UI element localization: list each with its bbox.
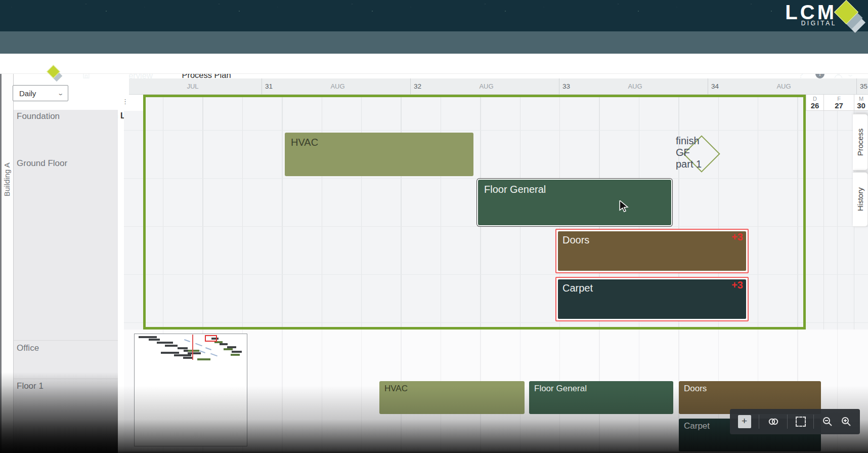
task-label: Floor General <box>484 184 546 195</box>
toolbar-divider <box>787 415 788 429</box>
navbar-logo-subtext: DIGITAL <box>10 75 56 80</box>
row-label-foundation: Foundation <box>17 111 60 121</box>
brand-logo-large: LCM DIGITAL <box>761 2 837 27</box>
minimap-viewport-indicator[interactable] <box>205 335 217 342</box>
week-number: 32 <box>414 78 421 95</box>
chevron-down-icon: ⌄ <box>57 90 64 97</box>
week-number: 34 <box>711 78 719 95</box>
week-number: 35 <box>860 78 867 95</box>
task-label: Floor General <box>534 384 587 393</box>
day-number: 26 <box>806 102 823 110</box>
task-label: HVAC <box>291 137 318 148</box>
overview-minimap[interactable] <box>134 334 247 446</box>
month-label: AUG <box>562 78 708 95</box>
main-navbar: LCM DIGITAL Overview Process Plan ? ! ⌄ <box>0 31 868 54</box>
side-tab-process[interactable]: Process <box>853 114 868 171</box>
toolbar-divider <box>759 415 759 429</box>
screen-edge-line <box>0 74 2 453</box>
timeline-divider <box>262 78 262 95</box>
task-bar-doors-conflict[interactable]: Doors +3 <box>555 229 749 273</box>
top-banner: LCM DIGITAL <box>0 0 868 31</box>
day-header-cell: F 27 <box>823 95 854 111</box>
day-header-cell: D 26 <box>806 95 823 111</box>
task-bar-carpet-conflict[interactable]: Carpet +3 <box>555 277 749 321</box>
timeline-divider <box>410 78 411 95</box>
row-label-office: Office <box>17 343 39 353</box>
task-bar-doors: Doors <box>558 231 746 271</box>
task-label: Carpet <box>562 282 593 294</box>
conflict-count-badge: +3 <box>731 231 743 243</box>
task-bar-floor-general-selected[interactable]: Floor General <box>478 180 671 225</box>
task-bar-carpet: Carpet <box>558 279 746 319</box>
conflict-count-badge: +3 <box>731 279 743 291</box>
toolbar-divider <box>813 415 814 429</box>
chart-tools-toolbar: + <box>730 409 860 434</box>
grid-day-line <box>823 111 824 330</box>
task-bar-hvac[interactable]: HVAC <box>285 133 473 176</box>
minimap-today-line <box>192 335 193 360</box>
task-bar-floor-general-floor1[interactable]: Floor General <box>529 381 673 414</box>
marquee-select-icon[interactable] <box>796 417 806 427</box>
task-label: Carpet <box>684 421 710 431</box>
zoom-in-icon[interactable] <box>841 416 852 427</box>
link-tasks-icon[interactable] <box>767 416 779 427</box>
month-label: JUL <box>124 78 262 95</box>
month-label: AUG <box>265 78 410 95</box>
row-divider <box>14 340 118 341</box>
zoom-out-icon[interactable] <box>822 416 833 427</box>
row-label-floor-1: Floor 1 <box>17 381 44 391</box>
row-divider <box>14 379 118 379</box>
app-root: LCM DIGITAL LCM DIGITAL Overview Process… <box>0 0 868 453</box>
splitter-handle[interactable]: ⋮ <box>122 99 128 104</box>
week-number: 33 <box>562 78 570 95</box>
month-label: AUG <box>414 78 559 95</box>
day-number: 30 <box>854 102 868 110</box>
task-label: HVAC <box>384 384 408 393</box>
month-label: AUG <box>711 78 856 95</box>
building-label: Building A <box>0 110 14 249</box>
task-label: Doors <box>562 234 589 245</box>
milestone-label: finish GF part 1 <box>676 135 708 170</box>
task-label: Doors <box>684 384 707 393</box>
week-number: 31 <box>265 78 273 95</box>
timeline-divider <box>856 78 857 95</box>
project-toolbar: Admin Procore Integration LCM Digital ↶ … <box>0 54 868 74</box>
task-bar-hvac-floor1[interactable]: HVAC <box>379 381 525 414</box>
brand-logo-text: LCM <box>761 2 837 22</box>
timeline-divider <box>559 78 559 95</box>
zoom-level-value: Daily <box>19 89 36 98</box>
timeline-divider <box>708 78 708 95</box>
row-label-ground-floor: Ground Floor <box>17 158 67 169</box>
zoom-level-select[interactable]: Daily ⌄ <box>13 85 68 101</box>
day-header-cell: M 30 <box>854 95 868 111</box>
day-number: 27 <box>824 102 854 110</box>
side-tab-history[interactable]: History <box>853 172 868 227</box>
add-task-icon[interactable]: + <box>738 415 751 428</box>
